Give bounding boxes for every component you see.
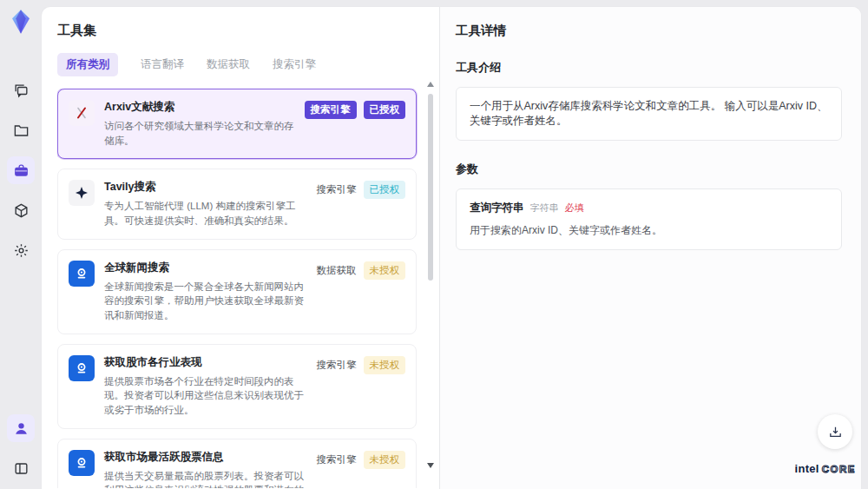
tool-description: 提供当天交易量最高的股票列表。投资者可以利用这些信息来识别流动性强的股票和潜在的… bbox=[104, 469, 310, 488]
category-tabs: 所有类别 语言翻译 数据获取 搜索引擎 bbox=[57, 53, 439, 76]
chat-icon[interactable] bbox=[7, 76, 35, 104]
cube-icon[interactable] bbox=[7, 196, 35, 224]
tool-description: 访问各个研究领域大量科学论文和文章的存储库。 bbox=[104, 119, 298, 148]
download-icon bbox=[828, 425, 843, 439]
news-blue-icon bbox=[69, 261, 95, 287]
tab-language-translation[interactable]: 语言翻译 bbox=[141, 53, 184, 76]
user-avatar-icon[interactable] bbox=[7, 414, 35, 442]
detail-title: 工具详情 bbox=[456, 23, 842, 39]
page-title: 工具集 bbox=[57, 23, 439, 39]
tool-name: Tavily搜索 bbox=[104, 180, 310, 195]
tool-list-panel: 工具集 所有类别 语言翻译 数据获取 搜索引擎 Arxiv文献搜索 访问各个研究… bbox=[42, 7, 439, 489]
auth-status-badge: 已授权 bbox=[364, 181, 406, 199]
main-content: 工具集 所有类别 语言翻译 数据获取 搜索引擎 Arxiv文献搜索 访问各个研究… bbox=[42, 7, 861, 489]
tool-list: Arxiv文献搜索 访问各个研究领域大量科学论文和文章的存储库。 搜索引擎 已授… bbox=[57, 89, 418, 488]
tab-search-engine[interactable]: 搜索引擎 bbox=[273, 53, 316, 76]
param-name: 查询字符串 bbox=[470, 201, 524, 215]
sidebar bbox=[0, 0, 42, 489]
app-logo-icon bbox=[8, 9, 34, 35]
tool-list-item[interactable]: 获取市场最活跃股票信息 提供当天交易量最高的股票列表。投资者可以利用这些信息来识… bbox=[57, 439, 417, 488]
settings-gear-icon[interactable] bbox=[7, 236, 35, 264]
tool-name: 获取股市各行业表现 bbox=[104, 355, 310, 370]
brand-intel-text: intel bbox=[795, 462, 819, 475]
tool-description: 专为人工智能代理 (LLM) 构建的搜索引擎工具。可快速提供实时、准确和真实的结… bbox=[104, 199, 310, 228]
intro-heading: 工具介绍 bbox=[456, 60, 842, 76]
tool-description: 全球新闻搜索是一个聚合全球各大新闻网站内容的搜索引擎，帮助用户快速获取全球最新资… bbox=[104, 280, 310, 323]
tool-name: 获取市场最活跃股票信息 bbox=[104, 450, 310, 465]
tool-detail-panel: 工具详情 工具介绍 一个用于从Arxiv存储库搜索科学论文和文章的工具。 输入可… bbox=[439, 7, 861, 489]
intel-core-logo: intel core bbox=[795, 462, 856, 475]
arxiv-icon bbox=[69, 100, 95, 126]
auth-status-badge: 已授权 bbox=[364, 101, 406, 119]
param-required-badge: 必填 bbox=[565, 202, 584, 215]
scrollbar-thumb[interactable] bbox=[428, 94, 433, 281]
tool-description: 提供股票市场各个行业在特定时间段内的表现。投资者可以利用这些信息来识别表现优于或… bbox=[104, 374, 310, 418]
tool-list-item[interactable]: 全球新闻搜索 全球新闻搜索是一个聚合全球各大新闻网站内容的搜索引擎，帮助用户快速… bbox=[57, 249, 417, 334]
tool-list-item[interactable]: 获取股市各行业表现 提供股票市场各个行业在特定时间段内的表现。投资者可以利用这些… bbox=[57, 344, 417, 429]
tool-list-item[interactable]: Arxiv文献搜索 访问各个研究领域大量科学论文和文章的存储库。 搜索引擎 已授… bbox=[57, 89, 417, 159]
toolbox-icon[interactable] bbox=[7, 156, 35, 184]
scroll-down-arrow-icon[interactable] bbox=[427, 463, 434, 468]
tavily-icon bbox=[69, 180, 95, 206]
tool-intro-box: 一个用于从Arxiv存储库搜索科学论文和文章的工具。 输入可以是Arxiv ID… bbox=[456, 87, 842, 141]
brand-core-text: core bbox=[822, 464, 856, 474]
category-badge: 数据获取 bbox=[317, 261, 357, 280]
param-type: 字符串 bbox=[530, 202, 559, 215]
param-description: 用于搜索的Arxiv ID、关键字或作者姓名。 bbox=[470, 223, 828, 238]
list-scrollbar[interactable] bbox=[427, 82, 434, 484]
tool-name: Arxiv文献搜索 bbox=[104, 100, 298, 115]
auth-status-badge: 未授权 bbox=[364, 451, 406, 469]
auth-status-badge: 未授权 bbox=[364, 356, 406, 374]
tab-all-categories[interactable]: 所有类别 bbox=[57, 53, 118, 76]
app-window: 工具集 所有类别 语言翻译 数据获取 搜索引擎 Arxiv文献搜索 访问各个研究… bbox=[0, 0, 868, 489]
auth-status-badge: 未授权 bbox=[364, 261, 406, 280]
category-badge: 搜索引擎 bbox=[317, 356, 357, 374]
panel-toggle-icon[interactable] bbox=[7, 454, 35, 482]
news-blue-icon bbox=[69, 355, 95, 381]
category-badge: 搜索引擎 bbox=[317, 451, 357, 469]
download-button[interactable] bbox=[818, 414, 852, 449]
folder-icon[interactable] bbox=[7, 116, 35, 144]
category-badge: 搜索引擎 bbox=[305, 101, 357, 119]
tab-data-acquisition[interactable]: 数据获取 bbox=[207, 53, 250, 76]
scroll-up-arrow-icon[interactable] bbox=[427, 82, 434, 87]
parameter-box: 查询字符串 字符串 必填 用于搜索的Arxiv ID、关键字或作者姓名。 bbox=[456, 188, 842, 250]
category-badge: 搜索引擎 bbox=[317, 181, 357, 199]
params-heading: 参数 bbox=[456, 162, 842, 177]
news-blue-icon bbox=[69, 450, 95, 476]
tool-list-item[interactable]: Tavily搜索 专为人工智能代理 (LLM) 构建的搜索引擎工具。可快速提供实… bbox=[57, 169, 417, 239]
tool-name: 全球新闻搜索 bbox=[104, 261, 310, 275]
